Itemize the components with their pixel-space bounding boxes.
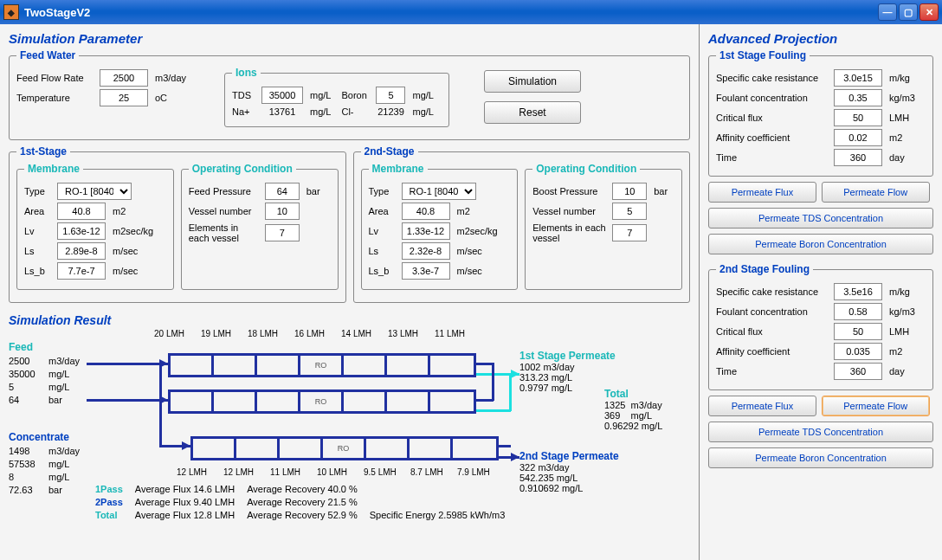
s1-type-label: Type [24, 186, 52, 196]
feed-water-legend: Feed Water [16, 49, 79, 61]
s2-ls-unit: m/sec [457, 246, 482, 256]
f2-t-input[interactable] [834, 363, 882, 380]
f2-perm-flow-button[interactable]: Permeate Flow [822, 396, 930, 416]
f2-cf-input[interactable] [834, 323, 882, 340]
s1-type-select[interactable]: RO-1 [8040] [57, 183, 132, 200]
na-unit: mg/L [310, 106, 331, 117]
feed-flow-label: Feed Flow Rate [16, 73, 94, 83]
foul1-group: 1st Stage Fouling Specific cake resistan… [708, 49, 933, 177]
cl-unit: mg/L [412, 106, 433, 117]
stage2-group: 2nd-Stage Membrane Type RO-1 [8040] Area… [353, 145, 691, 303]
s1-lsb-unit: m/sec [113, 266, 138, 276]
s1-area-unit: m2 [113, 206, 126, 216]
perm1-hdr: 1st Stage Permeate [519, 350, 616, 362]
f1-ac-input[interactable] [834, 129, 882, 146]
s2-lv-label: Lv [369, 226, 397, 236]
sim-result-heading: Simulation Result [9, 313, 690, 327]
stage2-legend: 2nd-Stage [361, 145, 418, 158]
temperature-input[interactable] [100, 89, 148, 106]
stage1-group: 1st-Stage Membrane Type RO-1 [8040] Area… [9, 145, 346, 303]
f2-scr-input[interactable] [834, 283, 882, 300]
stage2-membrane-legend: Membrane [369, 163, 428, 175]
s2-lsb-unit: m/sec [457, 266, 482, 276]
f2-t-label: Time [716, 366, 829, 377]
s2-vn-input[interactable] [612, 203, 647, 220]
s1-fp-unit: bar [306, 186, 320, 196]
vessel-row-1: RO [168, 353, 476, 377]
s2-vn-label: Vessel number [532, 206, 607, 216]
tds-unit: mg/L [310, 90, 331, 100]
stage1-opcond-group: Operating Condition Feed Pressure bar Ve… [181, 163, 339, 290]
s2-lv-input[interactable] [402, 222, 450, 240]
s2-bp-unit: bar [654, 186, 668, 196]
boron-input[interactable] [376, 87, 405, 104]
lmh-row-1: 20 LMH19 LMH18 LMH16 LMH14 LMH13 LMH11 L… [154, 329, 481, 338]
s1-lsb-input[interactable] [57, 262, 106, 280]
f2-ac-input[interactable] [834, 343, 882, 360]
stage1-legend: 1st-Stage [16, 145, 70, 158]
maximize-button[interactable]: ▢ [899, 3, 918, 21]
ions-group: Ions TDS mg/L Boron mg/L Na+ 13761 mg/L … [224, 67, 449, 127]
feed-water-group: Feed Water Feed Flow Rate m3/day Tempera… [9, 49, 690, 140]
f1-perm-flux-button[interactable]: Permeate Flux [708, 182, 816, 203]
s2-lsb-input[interactable] [402, 262, 450, 280]
s1-area-label: Area [24, 206, 52, 216]
f1-perm-flow-button[interactable]: Permeate Flow [822, 182, 930, 203]
s1-ls-label: Ls [24, 246, 52, 256]
result-area: Feed 2500m3/day 35000mg/L 5mg/L 64bar Co… [9, 329, 690, 530]
foul2-legend: 2nd Stage Fouling [716, 263, 813, 275]
s1-vn-input[interactable] [265, 203, 300, 220]
s2-ev-input[interactable] [612, 224, 647, 241]
reset-button[interactable]: Reset [484, 101, 581, 124]
s1-fp-input[interactable] [265, 183, 300, 200]
na-label: Na+ [232, 106, 256, 117]
perm2-hdr: 2nd Stage Permeate [519, 450, 619, 462]
stage1-opcond-legend: Operating Condition [189, 163, 296, 175]
f1-perm-tds-button[interactable]: Permeate TDS Concentration [708, 208, 933, 229]
tds-input[interactable] [261, 87, 303, 104]
total-hdr: Total [604, 388, 662, 400]
f1-cf-label: Critical flux [716, 113, 829, 123]
f2-fc-input[interactable] [834, 303, 882, 320]
feed-block: Feed 2500m3/day 35000mg/L 5mg/L 64bar [9, 341, 80, 407]
f1-fc-label: Foulant concentration [716, 93, 829, 103]
f2-perm-flux-button[interactable]: Permeate Flux [708, 396, 816, 416]
f2-cf-label: Critical flux [716, 326, 829, 337]
f2-perm-tds-button[interactable]: Permeate TDS Concentration [708, 422, 933, 442]
sim-param-heading: Simulation Parameter [9, 31, 690, 46]
titlebar[interactable]: ◆ TwoStageV2 — ▢ ✕ [0, 0, 942, 24]
cl-value: 21239 [376, 106, 405, 117]
feed-flow-input[interactable] [100, 69, 148, 87]
minimize-button[interactable]: — [878, 3, 897, 21]
f1-fc-input[interactable] [834, 89, 882, 106]
diagram: RO RO RO [104, 341, 511, 471]
summary-block: 1Pass 2Pass Total Average Flux 14.6 LMH … [95, 483, 505, 522]
f1-perm-boron-button[interactable]: Permeate Boron Concentration [708, 234, 933, 254]
s2-ls-input[interactable] [402, 242, 450, 260]
s1-ls-unit: m/sec [113, 246, 138, 256]
conc-hdr: Concentrate [9, 431, 80, 443]
s1-vn-label: Vessel number [189, 206, 260, 216]
s2-type-label: Type [369, 186, 397, 196]
stage2-membrane-group: Membrane Type RO-1 [8040] Area m2 Lv m2s… [361, 163, 519, 290]
stage1-membrane-group: Membrane Type RO-1 [8040] Area m2 Lv m2s… [16, 163, 174, 290]
s1-ls-input[interactable] [57, 242, 106, 260]
s2-lsb-label: Ls_b [369, 266, 397, 276]
f1-scr-input[interactable] [834, 69, 882, 87]
f2-ac-label: Affinity coefficient [716, 346, 829, 357]
simulation-button[interactable]: Simulation [484, 70, 581, 93]
app-icon: ◆ [3, 4, 19, 20]
s1-ev-input[interactable] [265, 224, 300, 241]
stage2-opcond-legend: Operating Condition [532, 163, 640, 175]
close-button[interactable]: ✕ [919, 3, 939, 21]
s1-lv-input[interactable] [57, 222, 106, 240]
f1-t-input[interactable] [834, 149, 882, 166]
f1-cf-input[interactable] [834, 109, 882, 126]
s1-area-input[interactable] [57, 203, 106, 220]
s2-area-unit: m2 [457, 206, 470, 216]
s2-area-input[interactable] [402, 203, 450, 220]
s2-type-select[interactable]: RO-1 [8040] [402, 183, 476, 200]
f2-perm-boron-button[interactable]: Permeate Boron Concentration [708, 447, 933, 468]
s2-bp-input[interactable] [612, 183, 647, 200]
s1-lv-label: Lv [24, 226, 52, 236]
